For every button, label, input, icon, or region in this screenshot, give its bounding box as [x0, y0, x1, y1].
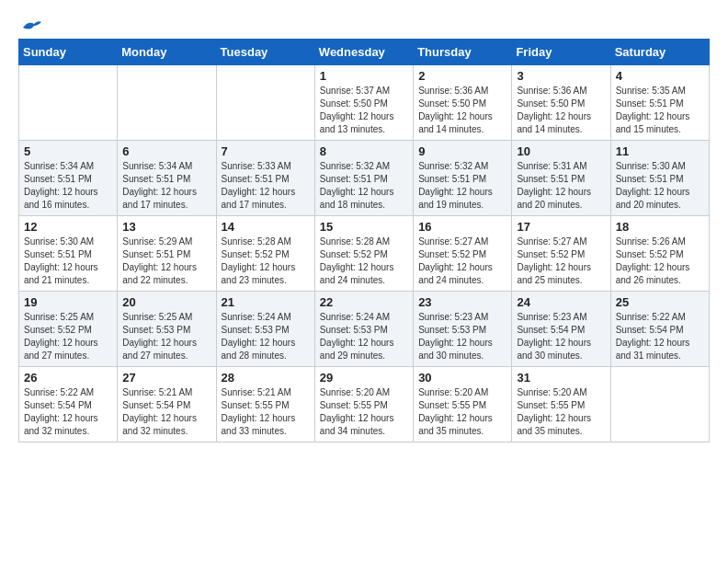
day-info: Sunrise: 5:28 AMSunset: 5:52 PMDaylight:…: [222, 236, 310, 287]
logo: [18, 18, 42, 29]
calendar-cell: [118, 65, 216, 141]
calendar-cell: 20Sunrise: 5:25 AMSunset: 5:53 PMDayligh…: [118, 292, 216, 367]
day-info: Sunrise: 5:35 AMSunset: 5:51 PMDaylight:…: [616, 85, 704, 136]
day-number: 18: [616, 220, 704, 234]
calendar-cell: [19, 65, 118, 141]
calendar-cell: [216, 65, 314, 141]
page: SundayMondayTuesdayWednesdayThursdayFrid…: [0, 0, 728, 452]
day-info: Sunrise: 5:30 AMSunset: 5:51 PMDaylight:…: [616, 160, 704, 212]
day-number: 17: [517, 220, 605, 234]
calendar-cell: 6Sunrise: 5:34 AMSunset: 5:51 PMDaylight…: [118, 141, 216, 216]
day-number: 16: [418, 220, 506, 234]
day-of-week-header: Monday: [118, 40, 216, 65]
calendar-cell: 15Sunrise: 5:28 AMSunset: 5:52 PMDayligh…: [314, 216, 413, 292]
day-number: 9: [418, 144, 506, 158]
day-info: Sunrise: 5:30 AMSunset: 5:51 PMDaylight:…: [24, 236, 112, 287]
day-number: 25: [616, 295, 704, 309]
day-info: Sunrise: 5:32 AMSunset: 5:51 PMDaylight:…: [320, 160, 408, 212]
calendar-week-row: 26Sunrise: 5:22 AMSunset: 5:54 PMDayligh…: [19, 367, 710, 442]
day-of-week-header: Thursday: [414, 40, 512, 65]
day-number: 22: [320, 295, 408, 309]
logo-bird-icon: [21, 18, 41, 35]
day-of-week-header: Tuesday: [216, 40, 314, 65]
day-info: Sunrise: 5:21 AMSunset: 5:54 PMDaylight:…: [122, 386, 210, 438]
calendar-cell: 10Sunrise: 5:31 AMSunset: 5:51 PMDayligh…: [512, 141, 610, 216]
calendar-week-row: 1Sunrise: 5:37 AMSunset: 5:50 PMDaylight…: [19, 65, 710, 141]
day-info: Sunrise: 5:23 AMSunset: 5:53 PMDaylight:…: [418, 311, 506, 362]
day-info: Sunrise: 5:31 AMSunset: 5:51 PMDaylight:…: [517, 160, 605, 212]
day-number: 13: [122, 220, 210, 234]
calendar-cell: 27Sunrise: 5:21 AMSunset: 5:54 PMDayligh…: [118, 367, 216, 442]
day-info: Sunrise: 5:20 AMSunset: 5:55 PMDaylight:…: [517, 386, 605, 438]
day-of-week-header: Saturday: [610, 40, 709, 65]
day-info: Sunrise: 5:32 AMSunset: 5:51 PMDaylight:…: [418, 160, 506, 212]
day-number: 10: [517, 144, 605, 158]
calendar-cell: 17Sunrise: 5:27 AMSunset: 5:52 PMDayligh…: [512, 216, 610, 292]
day-info: Sunrise: 5:21 AMSunset: 5:55 PMDaylight:…: [222, 386, 310, 438]
calendar-cell: 2Sunrise: 5:36 AMSunset: 5:50 PMDaylight…: [414, 65, 512, 141]
calendar-cell: 13Sunrise: 5:29 AMSunset: 5:51 PMDayligh…: [118, 216, 216, 292]
day-info: Sunrise: 5:24 AMSunset: 5:53 PMDaylight:…: [320, 311, 408, 362]
day-number: 8: [320, 144, 408, 158]
day-info: Sunrise: 5:20 AMSunset: 5:55 PMDaylight:…: [320, 386, 408, 438]
calendar-cell: 9Sunrise: 5:32 AMSunset: 5:51 PMDaylight…: [414, 141, 512, 216]
day-info: Sunrise: 5:27 AMSunset: 5:52 PMDaylight:…: [418, 236, 506, 287]
day-of-week-header: Sunday: [19, 40, 118, 65]
calendar-cell: 4Sunrise: 5:35 AMSunset: 5:51 PMDaylight…: [610, 65, 709, 141]
day-number: 7: [222, 144, 310, 158]
calendar-cell: 8Sunrise: 5:32 AMSunset: 5:51 PMDaylight…: [314, 141, 413, 216]
day-info: Sunrise: 5:22 AMSunset: 5:54 PMDaylight:…: [616, 311, 704, 362]
calendar-cell: 18Sunrise: 5:26 AMSunset: 5:52 PMDayligh…: [610, 216, 709, 292]
day-number: 24: [517, 295, 605, 309]
day-number: 30: [418, 371, 506, 385]
day-number: 6: [122, 144, 210, 158]
calendar-cell: 12Sunrise: 5:30 AMSunset: 5:51 PMDayligh…: [19, 216, 118, 292]
day-number: 23: [418, 295, 506, 309]
day-info: Sunrise: 5:26 AMSunset: 5:52 PMDaylight:…: [616, 236, 704, 287]
day-info: Sunrise: 5:37 AMSunset: 5:50 PMDaylight:…: [320, 85, 408, 136]
calendar-cell: 5Sunrise: 5:34 AMSunset: 5:51 PMDaylight…: [19, 141, 118, 216]
day-number: 5: [24, 144, 112, 158]
day-number: 31: [517, 371, 605, 385]
day-number: 14: [222, 220, 310, 234]
calendar-cell: 3Sunrise: 5:36 AMSunset: 5:50 PMDaylight…: [512, 65, 610, 141]
day-number: 12: [24, 220, 112, 234]
day-number: 3: [517, 69, 605, 83]
day-info: Sunrise: 5:34 AMSunset: 5:51 PMDaylight:…: [24, 160, 112, 212]
day-number: 21: [222, 295, 310, 309]
day-number: 4: [616, 69, 704, 83]
day-of-week-header: Friday: [512, 40, 610, 65]
calendar-header-row: SundayMondayTuesdayWednesdayThursdayFrid…: [19, 40, 710, 65]
calendar-cell: 29Sunrise: 5:20 AMSunset: 5:55 PMDayligh…: [314, 367, 413, 442]
calendar-week-row: 5Sunrise: 5:34 AMSunset: 5:51 PMDaylight…: [19, 141, 710, 216]
day-info: Sunrise: 5:25 AMSunset: 5:53 PMDaylight:…: [122, 311, 210, 362]
day-info: Sunrise: 5:28 AMSunset: 5:52 PMDaylight:…: [320, 236, 408, 287]
calendar-cell: 31Sunrise: 5:20 AMSunset: 5:55 PMDayligh…: [512, 367, 610, 442]
calendar-cell: 30Sunrise: 5:20 AMSunset: 5:55 PMDayligh…: [414, 367, 512, 442]
calendar-cell: 24Sunrise: 5:23 AMSunset: 5:54 PMDayligh…: [512, 292, 610, 367]
day-number: 11: [616, 144, 704, 158]
day-info: Sunrise: 5:34 AMSunset: 5:51 PMDaylight:…: [122, 160, 210, 212]
day-number: 19: [24, 295, 112, 309]
calendar-cell: 21Sunrise: 5:24 AMSunset: 5:53 PMDayligh…: [216, 292, 314, 367]
day-number: 2: [418, 69, 506, 83]
calendar-cell: 16Sunrise: 5:27 AMSunset: 5:52 PMDayligh…: [414, 216, 512, 292]
day-number: 28: [222, 371, 310, 385]
day-number: 1: [320, 69, 408, 83]
calendar-cell: [610, 367, 709, 442]
day-info: Sunrise: 5:33 AMSunset: 5:51 PMDaylight:…: [222, 160, 310, 212]
day-info: Sunrise: 5:22 AMSunset: 5:54 PMDaylight:…: [24, 386, 112, 438]
day-info: Sunrise: 5:29 AMSunset: 5:51 PMDaylight:…: [122, 236, 210, 287]
calendar-cell: 25Sunrise: 5:22 AMSunset: 5:54 PMDayligh…: [610, 292, 709, 367]
calendar-table: SundayMondayTuesdayWednesdayThursdayFrid…: [18, 39, 710, 442]
day-info: Sunrise: 5:25 AMSunset: 5:52 PMDaylight:…: [24, 311, 112, 362]
calendar-cell: 22Sunrise: 5:24 AMSunset: 5:53 PMDayligh…: [314, 292, 413, 367]
calendar-cell: 14Sunrise: 5:28 AMSunset: 5:52 PMDayligh…: [216, 216, 314, 292]
calendar-cell: 11Sunrise: 5:30 AMSunset: 5:51 PMDayligh…: [610, 141, 709, 216]
calendar-week-row: 19Sunrise: 5:25 AMSunset: 5:52 PMDayligh…: [19, 292, 710, 367]
day-info: Sunrise: 5:20 AMSunset: 5:55 PMDaylight:…: [418, 386, 506, 438]
day-number: 26: [24, 371, 112, 385]
calendar-week-row: 12Sunrise: 5:30 AMSunset: 5:51 PMDayligh…: [19, 216, 710, 292]
day-info: Sunrise: 5:36 AMSunset: 5:50 PMDaylight:…: [517, 85, 605, 136]
day-info: Sunrise: 5:27 AMSunset: 5:52 PMDaylight:…: [517, 236, 605, 287]
